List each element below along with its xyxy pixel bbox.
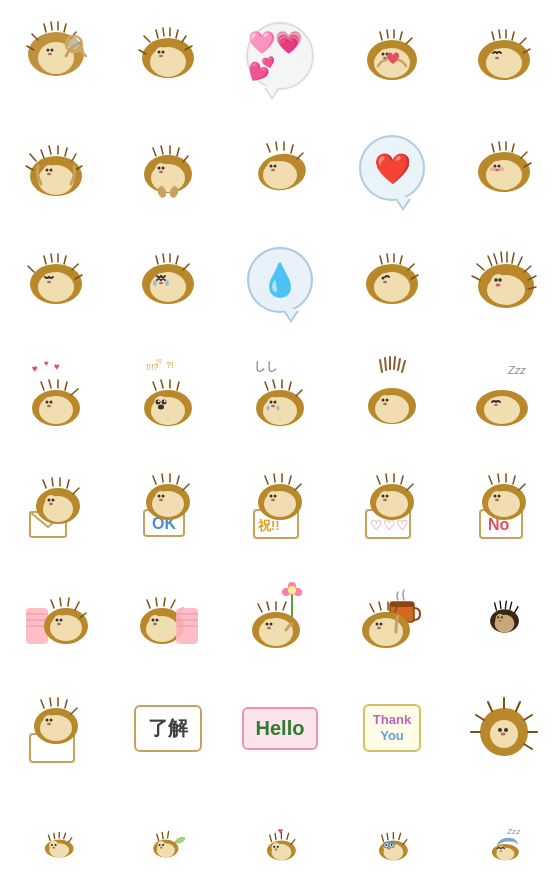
sticker-28[interactable] <box>224 560 336 672</box>
sticker-3[interactable]: 🩷💗💕 <box>224 0 336 112</box>
svg-point-261 <box>379 491 391 505</box>
svg-point-289 <box>53 615 65 629</box>
sticker-34[interactable]: Thank You <box>336 672 448 784</box>
sticker-25[interactable]: No <box>448 448 560 560</box>
sticker-23[interactable]: 祝!! <box>224 448 336 560</box>
svg-line-120 <box>183 264 189 270</box>
svg-point-235 <box>155 491 167 505</box>
sticker-22[interactable]: OK <box>112 448 224 560</box>
sticker-19[interactable] <box>336 336 448 448</box>
svg-line-4 <box>64 24 66 32</box>
svg-line-328 <box>379 602 381 610</box>
svg-point-64 <box>50 169 53 172</box>
sticker-31[interactable] <box>0 672 112 784</box>
svg-point-302 <box>156 619 159 622</box>
svg-line-59 <box>30 154 36 161</box>
svg-point-152 <box>498 278 502 282</box>
svg-line-119 <box>176 256 178 264</box>
svg-point-63 <box>46 169 49 172</box>
sticker-9[interactable]: ❤️ <box>336 112 448 224</box>
sticker-17[interactable]: !!!? !!! ?! <box>112 336 224 448</box>
sticker-18[interactable]: しし <box>224 336 336 448</box>
sticker-40[interactable]: Zzz <box>448 784 560 896</box>
sticker-27[interactable] <box>112 560 224 672</box>
svg-point-135 <box>382 277 385 280</box>
svg-line-272 <box>519 484 525 490</box>
svg-point-76 <box>159 171 163 173</box>
sticker-7[interactable] <box>112 112 224 224</box>
svg-line-111 <box>28 266 34 272</box>
svg-point-136 <box>383 281 387 283</box>
svg-line-143 <box>518 257 522 266</box>
svg-point-88 <box>274 165 277 168</box>
sticker-2[interactable] <box>112 0 224 112</box>
svg-point-401 <box>273 845 275 847</box>
svg-point-421 <box>496 845 504 854</box>
svg-point-30 <box>159 55 163 57</box>
svg-line-385 <box>162 832 163 838</box>
svg-line-172 <box>153 382 156 390</box>
sticker-24[interactable]: ♡♡♡ <box>336 448 448 560</box>
sticker-39[interactable] <box>336 784 448 896</box>
svg-line-284 <box>60 598 61 606</box>
sticker-38[interactable]: ♥ <box>224 784 336 896</box>
sticker-14[interactable] <box>336 224 448 336</box>
svg-point-274 <box>491 491 503 505</box>
svg-point-193 <box>274 401 277 404</box>
svg-point-358 <box>47 723 51 725</box>
svg-point-195 <box>267 406 270 411</box>
sticker-29[interactable] <box>336 560 448 672</box>
sticker-26[interactable] <box>0 560 112 672</box>
svg-point-238 <box>159 499 163 501</box>
svg-text:♥: ♥ <box>277 826 282 836</box>
sticker-21[interactable] <box>0 448 112 560</box>
svg-point-206 <box>382 399 385 402</box>
drop-icon: 💧 <box>260 261 300 299</box>
sticker-35[interactable] <box>448 672 560 784</box>
sticker-16[interactable]: ♥ ♥ ♥ <box>0 336 112 448</box>
sticker-12[interactable] <box>112 224 224 336</box>
svg-line-53 <box>41 150 44 158</box>
svg-point-292 <box>57 623 61 625</box>
sticker-32[interactable]: 了解 <box>112 672 224 784</box>
svg-point-335 <box>377 627 381 629</box>
thank-you-line2: You <box>380 728 404 744</box>
svg-point-320 <box>263 619 275 633</box>
svg-line-32 <box>380 32 382 40</box>
svg-line-327 <box>370 604 374 612</box>
sticker-33[interactable]: Hello <box>224 672 336 784</box>
sticker-30[interactable] <box>448 560 560 672</box>
svg-point-346 <box>498 620 501 622</box>
svg-line-36 <box>406 38 412 44</box>
svg-point-100 <box>498 165 501 168</box>
svg-point-134 <box>379 273 391 287</box>
sticker-6[interactable] <box>0 112 112 224</box>
svg-line-374 <box>53 833 54 838</box>
sticker-13[interactable]: 💧 <box>224 224 336 336</box>
svg-text:?!: ?! <box>166 360 174 370</box>
sticker-36[interactable] <box>0 784 112 896</box>
svg-text:♥: ♥ <box>44 359 49 368</box>
hello-label: Hello <box>256 717 305 740</box>
svg-point-249 <box>270 495 273 498</box>
svg-text:♥: ♥ <box>54 361 60 372</box>
svg-line-394 <box>269 835 271 841</box>
sticker-15[interactable] <box>448 224 560 336</box>
svg-line-80 <box>267 144 270 152</box>
sticker-37[interactable] <box>112 784 224 896</box>
sticker-8[interactable] <box>224 112 336 224</box>
svg-line-318 <box>283 602 286 610</box>
svg-line-173 <box>161 380 163 388</box>
svg-point-74 <box>158 167 161 170</box>
sticker-1[interactable] <box>0 0 112 112</box>
sticker-5[interactable] <box>448 0 560 112</box>
svg-point-151 <box>494 278 498 282</box>
svg-point-181 <box>164 400 166 402</box>
sticker-11[interactable] <box>0 224 112 336</box>
sticker-10[interactable] <box>448 112 560 224</box>
svg-line-140 <box>501 252 502 262</box>
sticker-20[interactable]: Zzz <box>448 336 560 448</box>
svg-point-236 <box>158 495 161 498</box>
sticker-4[interactable] <box>336 0 448 112</box>
svg-point-49 <box>486 48 522 78</box>
